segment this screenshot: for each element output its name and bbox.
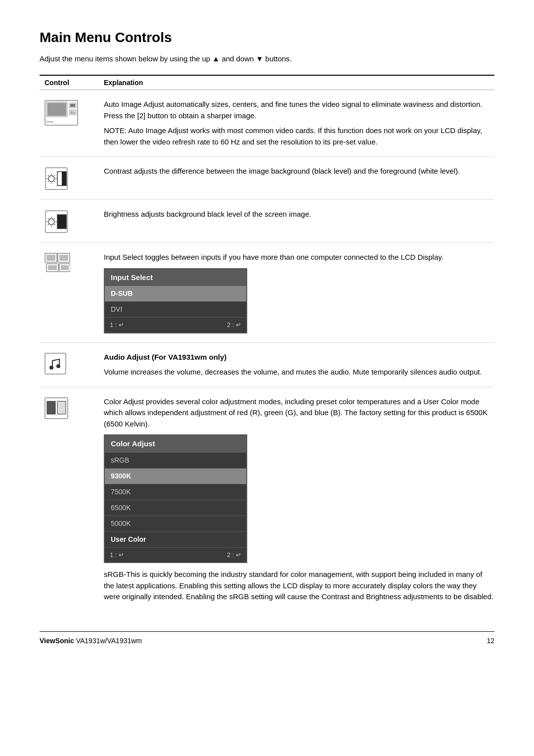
brightness-icon	[44, 210, 68, 234]
audio-icon	[44, 353, 66, 375]
footer-brand: ViewSonic	[40, 637, 74, 645]
audio-explanation: Audio Adjust (For VA1931wm only) Volume …	[104, 352, 494, 378]
svg-text:Drive: Drive	[46, 120, 54, 123]
osd-input-btn1: 1 : ↵	[110, 320, 124, 330]
auto-image-icon-cell: En Drive	[40, 99, 104, 126]
svg-line-26	[48, 218, 49, 219]
table-row: Contrast adjusts the difference between …	[40, 157, 494, 200]
input-select-para-1: Input Select toggles between inputs if y…	[104, 252, 494, 263]
osd-color-footer: 1 : ↵ 2 : ↵	[105, 548, 246, 563]
audio-para-2: Volume increases the volume, decreases t…	[104, 367, 494, 378]
input-select-osd: Input Select D-SUB DVI 1 : ↵ 2 : ↵	[104, 268, 247, 333]
osd-input-title: Input Select	[105, 269, 246, 286]
brightness-icon-cell	[40, 209, 104, 234]
audio-para-1: Audio Adjust (For VA1931wm only)	[104, 352, 494, 363]
audio-icon-cell	[40, 352, 104, 375]
table-row: Brightness adjusts background black leve…	[40, 200, 494, 243]
intro-text: Adjust the menu items shown below by usi…	[40, 54, 494, 63]
osd-color-6500k: 6500K	[105, 500, 246, 516]
footer-brand-model: ViewSonic VA1931w/VA1931wm	[40, 637, 142, 645]
input-select-explanation: Input Select toggles between inputs if y…	[104, 252, 494, 333]
osd-color-btn1: 1 : ↵	[110, 550, 124, 560]
brightness-para-1: Brightness adjusts background black leve…	[104, 209, 494, 220]
brightness-explanation: Brightness adjusts background black leve…	[104, 209, 494, 220]
osd-input-dsub: D-SUB	[105, 286, 246, 302]
svg-line-17	[48, 182, 49, 183]
svg-rect-43	[47, 401, 55, 414]
input-select-icon-cell	[40, 252, 104, 273]
table-row: Input Select toggles between inputs if y…	[40, 243, 494, 343]
auto-image-icon: En Drive	[44, 100, 78, 126]
color-adjust-osd: Color Adjust sRGB 9300K 7500K 6500K 5000…	[104, 434, 247, 563]
osd-color-title: Color Adjust	[105, 435, 246, 453]
svg-point-41	[56, 364, 60, 368]
svg-point-40	[49, 366, 53, 370]
svg-rect-30	[57, 215, 66, 229]
color-adjust-icon-cell	[40, 396, 104, 419]
svg-rect-32	[46, 255, 55, 261]
svg-line-15	[54, 182, 55, 183]
osd-color-srgb: sRGB	[105, 453, 246, 469]
table-row: Color Adjust provides several color adju…	[40, 387, 494, 612]
svg-rect-19	[62, 172, 66, 186]
svg-rect-38	[61, 265, 69, 270]
table-row: En Drive Auto Image Adjust automatically…	[40, 90, 494, 157]
color-adjust-explanation: Color Adjust provides several color adju…	[104, 396, 494, 603]
svg-rect-44	[57, 401, 66, 414]
page-footer: ViewSonic VA1931w/VA1931wm 12	[40, 631, 494, 645]
svg-rect-2	[47, 103, 66, 116]
svg-text:En: En	[71, 111, 75, 114]
contrast-icon-cell	[40, 166, 104, 190]
auto-image-para-1: Auto Image Adjust automatically sizes, c…	[104, 99, 494, 121]
svg-rect-34	[59, 255, 68, 261]
svg-line-14	[48, 175, 49, 176]
osd-color-btn2: 2 : ↵	[227, 550, 241, 560]
svg-rect-39	[45, 353, 66, 374]
osd-color-9300k: 9300K	[105, 469, 246, 484]
osd-input-btn2: 2 : ↵	[227, 320, 241, 330]
color-adjust-icon	[44, 397, 68, 419]
page-title: Main Menu Controls	[40, 30, 494, 46]
svg-line-28	[54, 218, 55, 219]
footer-model: VA1931w/VA1931wm	[76, 637, 142, 645]
color-adjust-para-1: Color Adjust provides several color adju…	[104, 396, 494, 430]
osd-input-footer: 1 : ↵ 2 : ↵	[105, 318, 246, 332]
contrast-para-1: Contrast adjusts the difference between …	[104, 166, 494, 177]
osd-color-7500k: 7500K	[105, 484, 246, 500]
auto-image-para-2: NOTE: Auto Image Adjust works with most …	[104, 125, 494, 147]
color-adjust-srgb-para: sRGB-This is quickly becoming the indust…	[104, 569, 494, 603]
svg-line-16	[54, 175, 55, 176]
svg-rect-36	[48, 265, 57, 270]
osd-color-usercolor: User Color	[105, 532, 246, 548]
svg-line-27	[54, 225, 55, 226]
input-select-icon	[44, 253, 70, 273]
col-header-explanation: Explanation	[104, 79, 143, 87]
svg-rect-4	[70, 104, 75, 107]
footer-page-number: 12	[487, 637, 494, 645]
svg-line-29	[48, 225, 49, 226]
osd-input-dvi: DVI	[105, 302, 246, 318]
osd-color-5000k: 5000K	[105, 516, 246, 532]
table-row: Audio Adjust (For VA1931wm only) Volume …	[40, 343, 494, 387]
contrast-icon	[44, 167, 68, 190]
auto-image-explanation: Auto Image Adjust automatically sizes, c…	[104, 99, 494, 147]
contrast-explanation: Contrast adjusts the difference between …	[104, 166, 494, 177]
col-header-control: Control	[40, 79, 104, 87]
